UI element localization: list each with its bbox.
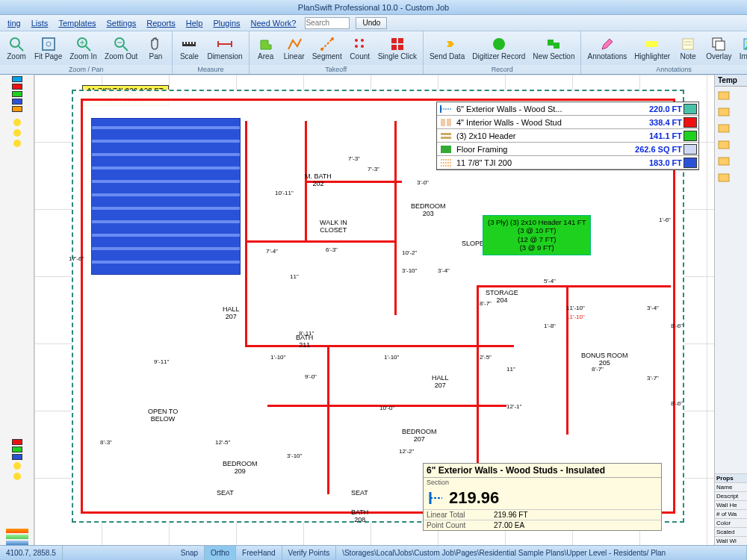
- templates-tab[interactable]: Temp: [715, 75, 747, 87]
- legend-row[interactable]: 11 7/8" TJI 200183.0 FT: [437, 156, 698, 169]
- swatch[interactable]: [12, 99, 22, 105]
- legend-row[interactable]: 6" Exterior Walls - Wood St...220.0 FT: [437, 102, 698, 116]
- template-item[interactable]: [715, 152, 747, 169]
- menu-needwork[interactable]: Need Work?: [247, 17, 301, 29]
- note-button[interactable]: Note: [675, 33, 701, 63]
- pan-button[interactable]: Pan: [142, 33, 169, 63]
- prop-row[interactable]: Descript: [715, 491, 747, 500]
- zoom-button[interactable]: Zoom: [3, 33, 30, 63]
- dim: 7'-3": [348, 155, 360, 162]
- menu-help[interactable]: Help: [182, 17, 208, 29]
- menubar: ting Lists Templates Settings Reports He…: [0, 15, 747, 31]
- area-button[interactable]: Area: [252, 33, 279, 63]
- legend[interactable]: 6" Exterior Walls - Wood St...220.0 FT 4…: [436, 102, 699, 170]
- segment-icon: [319, 36, 335, 52]
- prop-row[interactable]: Name: [715, 482, 747, 491]
- count-button[interactable]: Count: [347, 33, 374, 63]
- template-item[interactable]: [715, 87, 747, 103]
- menu-settings[interactable]: Settings: [102, 17, 141, 29]
- room-walkin: WALK IN CLOSET: [320, 220, 347, 234]
- dim: 11'-10": [566, 305, 585, 311]
- template-item[interactable]: [715, 136, 747, 152]
- swatch[interactable]: [12, 76, 22, 82]
- image-button[interactable]: Image: [737, 33, 747, 63]
- dimension-button[interactable]: Dimension: [204, 33, 245, 63]
- bulb-icon[interactable]: [13, 139, 22, 148]
- prop-row[interactable]: Wall Wi: [715, 536, 747, 545]
- swatch[interactable]: [12, 84, 22, 90]
- highlighter-button[interactable]: Highlighter: [631, 33, 673, 63]
- svg-rect-15: [193, 42, 194, 44]
- freehand-toggle[interactable]: FreeHand: [236, 546, 282, 560]
- svg-rect-49: [441, 119, 445, 126]
- template-item[interactable]: [715, 103, 747, 119]
- svg-rect-34: [646, 41, 658, 47]
- highlighter-icon: [644, 36, 660, 52]
- dim: 11": [506, 366, 515, 373]
- search-input[interactable]: [305, 17, 350, 29]
- swatch[interactable]: [12, 439, 22, 445]
- new-section-button[interactable]: New Section: [530, 33, 577, 63]
- swatch[interactable]: [12, 106, 22, 112]
- section-info[interactable]: 6" Exterior Walls - Wood Studs - Insulat…: [423, 463, 662, 531]
- prop-row[interactable]: # of Wa: [715, 509, 747, 518]
- zoom-in-button[interactable]: Zoom In: [66, 33, 100, 63]
- grip-handle[interactable]: [6, 529, 28, 533]
- menu-templates[interactable]: Templates: [54, 17, 100, 29]
- legend-row[interactable]: 4" Interior Walls - Wood Stud338.4 FT: [437, 116, 698, 129]
- swatch[interactable]: [12, 454, 22, 460]
- grip-handle[interactable]: [6, 535, 28, 539]
- scale-button[interactable]: Scale: [176, 33, 202, 63]
- legend-color: [684, 158, 697, 168]
- template-item[interactable]: [715, 119, 747, 136]
- snap-toggle[interactable]: Snap: [175, 546, 205, 560]
- menu-plugins[interactable]: Plugins: [208, 17, 244, 29]
- left-panel: [0, 75, 34, 545]
- send-data-button[interactable]: Send Data: [427, 33, 468, 63]
- section-sub: Section: [424, 478, 661, 487]
- undo-button[interactable]: Undo: [356, 17, 387, 29]
- header-tag[interactable]: (3 Ply) (3) 2x10 Header 141 FT (3 @ 10 F…: [483, 215, 591, 255]
- digitizer-button[interactable]: Digitizer Record: [469, 33, 528, 63]
- toolgroup-takeoff: Area Linear Segment Count Single Click T…: [249, 31, 424, 74]
- verify-toggle[interactable]: Verify Points: [282, 546, 337, 560]
- floor-framing[interactable]: [91, 118, 241, 275]
- bulb-icon[interactable]: [13, 128, 22, 137]
- prop-row[interactable]: Color: [715, 518, 747, 527]
- bulb-icon[interactable]: [13, 461, 22, 470]
- area-icon: [258, 36, 274, 52]
- svg-marker-19: [261, 40, 271, 49]
- menu-reports[interactable]: Reports: [142, 17, 180, 29]
- linear-button[interactable]: Linear: [281, 33, 308, 63]
- menu-ting[interactable]: ting: [3, 17, 25, 29]
- dimension-icon: [217, 36, 233, 52]
- dim: 1'-6": [659, 217, 671, 223]
- dim: 3'-0": [417, 179, 429, 186]
- props-header[interactable]: Props: [715, 473, 747, 482]
- bulb-icon[interactable]: [13, 472, 22, 481]
- single-click-button[interactable]: Single Click: [375, 33, 420, 63]
- bulb-icon[interactable]: [13, 118, 22, 127]
- fit-page-button[interactable]: Fit Page: [31, 33, 65, 63]
- swatch[interactable]: [12, 91, 22, 97]
- menu-lists[interactable]: Lists: [27, 17, 53, 29]
- zoom-out-button[interactable]: Zoom Out: [102, 33, 140, 63]
- svg-rect-28: [398, 38, 403, 43]
- segment-button[interactable]: Segment: [309, 33, 345, 63]
- overlay-button[interactable]: Overlay: [703, 33, 734, 63]
- legend-row[interactable]: (3) 2x10 Header141.1 FT: [437, 129, 698, 143]
- template-item[interactable]: [715, 169, 747, 185]
- ortho-toggle[interactable]: Ortho: [205, 546, 236, 560]
- room-open: OPEN TO BELOW: [148, 408, 178, 423]
- legend-row[interactable]: Floor Framing262.6 SQ FT: [437, 143, 698, 156]
- svg-rect-12: [184, 42, 185, 44]
- svg-rect-13: [187, 42, 188, 44]
- drawing-canvas[interactable]: 11 7/8" TJI 200 192 FT (12 / 16.00) M. B…: [34, 75, 714, 545]
- annotations-button[interactable]: Annotations: [584, 33, 630, 63]
- svg-point-21: [320, 48, 323, 51]
- prop-row[interactable]: Wall He: [715, 500, 747, 509]
- svg-point-45: [13, 462, 21, 470]
- swatch[interactable]: [12, 447, 22, 452]
- prop-row[interactable]: Scaled: [715, 527, 747, 536]
- svg-point-46: [13, 473, 21, 480]
